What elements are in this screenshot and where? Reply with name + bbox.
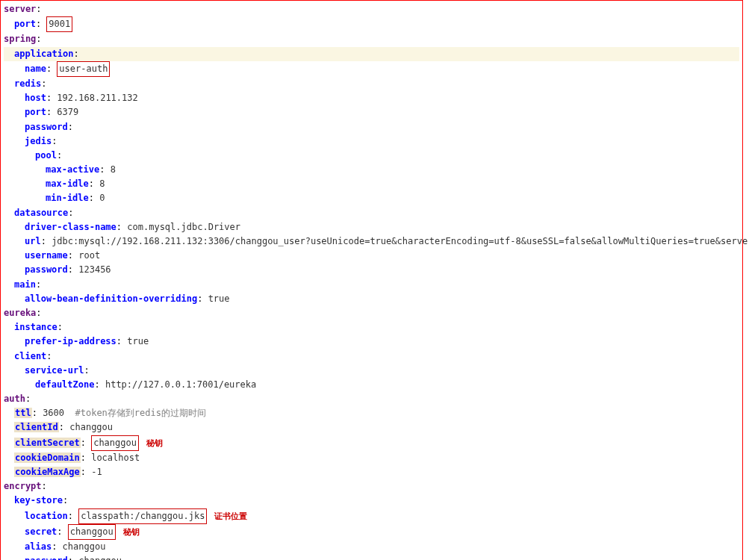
yaml-line: key-store: (4, 494, 739, 508)
yaml-line: server: (4, 2, 739, 16)
keystore-location-box: classpath:/changgou.jks (78, 508, 207, 524)
yaml-line: max-idle: 8 (4, 177, 739, 191)
yaml-line: ttl: 3600 #token存储到redis的过期时间 (4, 406, 739, 420)
yaml-line: prefer-ip-address: true (4, 335, 739, 349)
yaml-line: max-active: 8 (4, 163, 739, 177)
yaml-line: service-url: (4, 364, 739, 378)
app-name-box: user-auth (57, 61, 110, 77)
yaml-line: pool: (4, 149, 739, 163)
yaml-line: name: user-auth (4, 61, 739, 77)
yaml-line: redis: (4, 77, 739, 91)
yaml-line: port: 6379 (4, 105, 739, 119)
yaml-line: defaultZone: http://127.0.0.1:7001/eurek… (4, 378, 739, 392)
yaml-line: spring: (4, 32, 739, 46)
yaml-line: host: 192.168.211.132 (4, 91, 739, 105)
yaml-line: min-idle: 0 (4, 191, 739, 205)
config-code-block: server: port: 9001 spring: application: … (0, 0, 743, 560)
port-box: 9001 (46, 16, 72, 32)
yaml-line: password: 123456 (4, 263, 739, 277)
yaml-line: jedis: (4, 134, 739, 149)
client-secret-box: changgou (91, 435, 139, 451)
yaml-line: clientId: changgou (4, 420, 739, 435)
yaml-line: cookieDomain: localhost (4, 451, 739, 465)
yaml-line: driver-class-name: com.mysql.jdbc.Driver (4, 220, 739, 234)
yaml-line: username: root (4, 249, 739, 263)
yaml-line: location: classpath:/changgou.jks证书位置 (4, 508, 739, 524)
yaml-line: auth: (4, 392, 739, 406)
yaml-line: main: (4, 278, 739, 292)
yaml-line: alias: changgou (4, 540, 739, 554)
yaml-line: instance: (4, 320, 739, 335)
yaml-line: encrypt: (4, 479, 739, 494)
yaml-line: eureka: (4, 306, 739, 320)
yaml-line: secret: changgou秘钥 (4, 524, 739, 540)
yaml-line: client: (4, 349, 739, 364)
yaml-line: port: 9001 (4, 16, 739, 32)
yaml-line: clientSecret: changgou秘钥 (4, 435, 739, 451)
yaml-line: password: (4, 120, 739, 134)
yaml-line: datasource: (4, 206, 739, 220)
yaml-line: password: changgou (4, 554, 739, 560)
yaml-line: allow-bean-definition-overriding: true (4, 292, 739, 306)
yaml-line: application: (4, 47, 739, 61)
yaml-line: url: jdbc:mysql://192.168.211.132:3306/c… (4, 234, 739, 249)
keystore-secret-box: changgou (68, 524, 116, 540)
yaml-line: cookieMaxAge: -1 (4, 465, 739, 479)
